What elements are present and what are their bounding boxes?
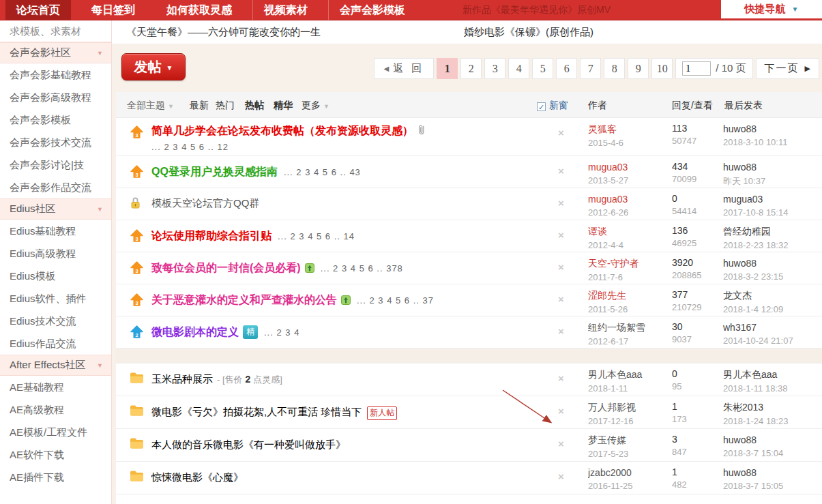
filter-all-topics[interactable]: 全部主题▼ — [127, 100, 174, 112]
thread-page-links[interactable]: ... 2 3 4 5 6 .. 12 — [151, 142, 549, 152]
nav-item-0[interactable]: 论坛首页 — [5, 0, 71, 20]
close-icon[interactable]: × — [558, 165, 564, 177]
thread-title[interactable]: 论坛使用帮助综合指引贴 — [151, 230, 271, 241]
sidebar-item-top[interactable]: 求模板、求素材 — [0, 20, 111, 42]
page-number-button[interactable]: 10 — [651, 58, 673, 79]
last-poster-name[interactable]: 曾经幼稚园 — [723, 226, 771, 237]
thread-page-links[interactable]: ... 2 3 4 5 6 .. 378 — [321, 263, 403, 273]
filter-link-0[interactable]: 最新 — [190, 100, 209, 112]
last-poster-name[interactable]: 龙文杰 — [723, 290, 752, 301]
quick-nav-button[interactable]: 快捷导航 ▼ — [721, 0, 822, 18]
last-poster-name[interactable]: huwo88 — [723, 162, 757, 173]
sidebar-item[interactable]: AE插件下载 — [0, 466, 111, 488]
last-poster-name[interactable]: 朱彬2013 — [723, 402, 763, 413]
page-number-button[interactable]: 4 — [508, 58, 529, 79]
nav-item-4[interactable]: 会声会影模板 — [328, 0, 416, 20]
chevron-down-icon: ▼ — [97, 206, 103, 213]
author-name[interactable]: jzabc2000 — [588, 467, 632, 478]
sidebar-item[interactable]: AE模板/工程文件 — [0, 421, 111, 443]
checkbox-checked-icon[interactable]: ✓ — [537, 102, 546, 111]
sidebar-item[interactable]: 会声会影高级教程 — [0, 86, 111, 108]
page-number-button[interactable]: 5 — [532, 58, 553, 79]
next-page-button[interactable]: 下一页 ▶ — [756, 58, 819, 79]
sidebar-item[interactable]: Edius模板 — [0, 265, 111, 287]
last-poster-name[interactable]: mugua03 — [723, 194, 763, 205]
new-window-toggle[interactable]: ✓新窗 — [537, 100, 568, 112]
filter-link-3[interactable]: 精华 — [274, 100, 293, 112]
nav-item-1[interactable]: 每日签到 — [80, 0, 146, 20]
author-name[interactable]: 谭谈 — [588, 226, 607, 237]
page-number-button[interactable]: 9 — [628, 58, 649, 79]
thread-page-links[interactable]: ... 2 3 4 5 6 .. 14 — [278, 231, 355, 241]
author-name[interactable]: 天空-守护者 — [588, 258, 639, 269]
last-poster-name[interactable]: huwo88 — [723, 467, 757, 478]
thread-page-links[interactable]: ... 2 3 4 5 6 .. 37 — [357, 295, 434, 306]
author-name[interactable]: 纽约一场絮雪 — [588, 322, 645, 333]
sidebar-item[interactable]: 会声会影技术交流 — [0, 131, 111, 153]
close-icon[interactable]: × — [558, 261, 564, 273]
close-icon[interactable]: × — [558, 438, 564, 449]
filter-link-2[interactable]: 热帖 — [245, 100, 264, 112]
thread-title[interactable]: 本人做的音乐微电影《有一种爱叫做放手》 — [151, 439, 346, 450]
page-jump-input[interactable] — [682, 61, 711, 76]
sidebar-item[interactable]: AE软件下载 — [0, 443, 111, 466]
thread-title[interactable]: 玉米品种展示 — [151, 373, 213, 385]
close-icon[interactable]: × — [558, 127, 564, 138]
sidebar-item[interactable]: 会声会影讨论|技 — [0, 153, 111, 176]
thread-title[interactable]: 微电影《亏欠》拍摄花絮,人不可重活 珍惜当下 — [151, 406, 362, 417]
thread-title[interactable]: 简单几步学会在论坛发布收费帖（发布资源收取灵感） — [151, 125, 413, 136]
thread-title[interactable]: 关于恶意灌水的定义和严查灌水的公告 — [151, 294, 337, 306]
page-number-button[interactable]: 3 — [484, 58, 505, 79]
author-name[interactable]: 灵狐客 — [588, 123, 617, 134]
sidebar-item[interactable]: 会声会影基础教程 — [0, 63, 111, 86]
close-icon[interactable]: × — [558, 372, 564, 384]
back-button[interactable]: ◀ 返 回 — [374, 58, 434, 79]
thread-title[interactable]: 微电影剧本的定义 — [151, 326, 239, 338]
sidebar-item[interactable]: Edius高级教程 — [0, 242, 111, 265]
sidebar-item[interactable]: 会声会影模板 — [0, 108, 111, 131]
sidebar-section-header[interactable]: After Effects社区▼ — [0, 355, 111, 376]
last-poster-name[interactable]: huwo88 — [723, 123, 757, 134]
nav-item-3[interactable]: 视频素材 — [252, 0, 319, 20]
page-number-button[interactable]: 7 — [580, 58, 601, 79]
thread-page-links[interactable]: ... 2 3 4 5 6 .. 43 — [284, 167, 361, 177]
close-icon[interactable]: × — [558, 229, 564, 241]
thread-title[interactable]: 惊悚微电影《心魔》 — [151, 471, 244, 483]
author-name[interactable]: mugua03 — [588, 194, 628, 205]
author-name[interactable]: mugua03 — [588, 162, 628, 173]
new-post-button[interactable]: 发帖 ▼ — [121, 53, 186, 80]
last-poster-name[interactable]: huwo88 — [723, 434, 757, 445]
last-poster-name[interactable]: wh3167 — [723, 322, 757, 333]
last-poster-name[interactable]: huwo88 — [723, 258, 757, 269]
sidebar-item[interactable]: Edius作品交流 — [0, 332, 111, 355]
page-number-button[interactable]: 6 — [556, 58, 577, 79]
sidebar-item[interactable]: Edius基础教程 — [0, 220, 111, 242]
filter-link-1[interactable]: 热门 — [216, 100, 235, 112]
reply-count: 136 — [672, 225, 696, 236]
thread-page-links[interactable]: ... 2 3 4 — [264, 327, 299, 338]
filter-more[interactable]: 更多▼ — [302, 100, 329, 112]
close-icon[interactable]: × — [558, 197, 564, 209]
nav-item-2[interactable]: 如何获取灵感 — [156, 0, 243, 20]
close-icon[interactable]: × — [558, 293, 564, 305]
author-name[interactable]: 男儿本色aaa — [588, 369, 642, 380]
page-number-button[interactable]: 8 — [604, 58, 625, 79]
page-number-button[interactable]: 2 — [460, 58, 482, 79]
last-poster-name[interactable]: 男儿本色aaa — [723, 369, 777, 380]
close-icon[interactable]: × — [558, 405, 564, 417]
sidebar-item[interactable]: Edius技术交流 — [0, 310, 111, 332]
close-icon[interactable]: × — [558, 325, 564, 337]
author-name[interactable]: 梦玉传媒 — [588, 434, 626, 445]
thread-title[interactable]: 致每位会员的一封信(会员必看) — [151, 262, 301, 273]
sidebar-section-header[interactable]: Edius社区▼ — [0, 198, 111, 220]
thread-title[interactable]: 模板天空论坛官方QQ群 — [151, 197, 259, 209]
thread-title[interactable]: QQ登录用户兑换灵感指南 — [151, 166, 278, 177]
sidebar-item[interactable]: 会声会影作品交流 — [0, 176, 111, 198]
sidebar-section-header[interactable]: 会声会影社区▼ — [0, 42, 111, 63]
close-icon[interactable]: × — [558, 471, 564, 482]
sidebar-item[interactable]: Edius软件、插件 — [0, 287, 111, 310]
sidebar-item[interactable]: AE高级教程 — [0, 398, 111, 421]
sidebar-item[interactable]: AE基础教程 — [0, 376, 111, 398]
author-name[interactable]: 涩郎先生 — [588, 290, 626, 301]
author-name[interactable]: 万人邦影视 — [588, 402, 636, 413]
